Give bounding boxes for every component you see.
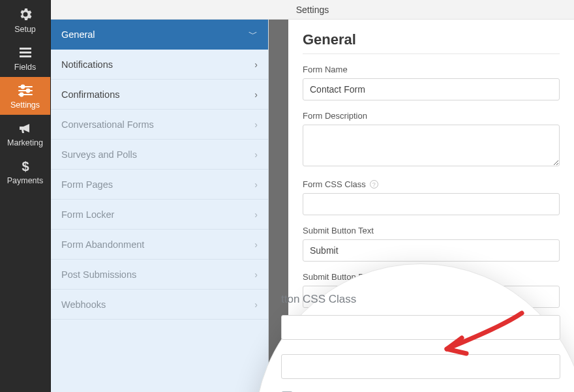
nav-fields[interactable]: Fields	[0, 39, 50, 77]
panel-item-label: Webhooks	[61, 299, 106, 310]
sliders-icon	[17, 83, 34, 98]
nav-label: Marketing	[7, 138, 43, 147]
submit-text-input[interactable]	[303, 239, 560, 262]
svg-rect-0	[20, 48, 31, 50]
chevron-down-icon: ﹀	[249, 29, 258, 40]
zoom-css-input[interactable]	[281, 315, 560, 340]
panel-item-label: Form Abandonment	[61, 239, 144, 250]
panel-item-notifications[interactable]: Notifications ›	[51, 50, 268, 80]
page-title-bar: Settings	[51, 0, 574, 20]
nav-label: Fields	[14, 63, 36, 72]
settings-panel: General ﹀ Notifications › Confirmations …	[51, 20, 269, 392]
zoom-css-label: tton CSS Class	[281, 293, 560, 306]
content-heading: General	[303, 31, 560, 48]
svg-rect-2	[20, 55, 31, 57]
chevron-right-icon: ›	[254, 89, 258, 100]
form-desc-label: Form Description	[303, 111, 560, 121]
chevron-right-icon: ›	[254, 269, 258, 280]
svg-text:$: $	[22, 159, 29, 173]
panel-item-label: Post Submissions	[61, 269, 136, 280]
form-desc-input[interactable]	[303, 125, 560, 166]
panel-item-label: Surveys and Polls	[61, 149, 137, 160]
svg-point-8	[20, 93, 23, 97]
page-title: Settings	[296, 5, 329, 15]
panel-item-form-locker[interactable]: Form Locker ›	[51, 200, 268, 230]
nav-payments[interactable]: $ Payments	[0, 153, 50, 190]
svg-rect-1	[20, 52, 31, 53]
form-name-input[interactable]	[303, 78, 560, 100]
chevron-right-icon: ›	[254, 59, 258, 70]
panel-item-conversational-forms[interactable]: Conversational Forms ›	[51, 110, 268, 140]
dollar-icon: $	[19, 159, 32, 173]
chevron-right-icon: ›	[254, 179, 258, 190]
submit-text-label: Submit Button Text	[303, 226, 560, 235]
panel-item-label: General	[61, 29, 95, 40]
nav-setup[interactable]: Setup	[0, 0, 50, 39]
chevron-right-icon: ›	[254, 119, 258, 130]
panel-item-label: Conversational Forms	[61, 119, 154, 130]
nav-label: Setup	[14, 25, 36, 34]
panel-item-form-pages[interactable]: Form Pages ›	[51, 170, 268, 200]
chevron-right-icon: ›	[254, 239, 258, 250]
svg-point-4	[21, 85, 24, 89]
panel-item-label: Form Locker	[61, 209, 114, 220]
panel-item-label: Notifications	[61, 59, 113, 70]
svg-point-6	[26, 89, 29, 93]
panel-item-form-abandonment[interactable]: Form Abandonment ›	[51, 230, 268, 260]
form-css-label: Form CSS Class ?	[303, 179, 560, 189]
nav-label: Settings	[10, 100, 40, 110]
panel-item-general[interactable]: General ﹀	[51, 20, 268, 50]
help-icon[interactable]: ?	[370, 180, 378, 188]
bullhorn-icon	[18, 121, 33, 136]
form-css-input[interactable]	[303, 193, 560, 215]
panel-item-surveys-polls[interactable]: Surveys and Polls ›	[51, 140, 268, 170]
left-nav: Setup Fields Settings Marketing $ Paymen…	[0, 0, 51, 392]
form-name-label: Form Name	[303, 65, 560, 74]
panel-item-post-submissions[interactable]: Post Submissions ›	[51, 260, 268, 290]
zoom-input-2[interactable]	[281, 354, 560, 379]
nav-settings[interactable]: Settings	[0, 77, 50, 115]
chevron-right-icon: ›	[254, 209, 258, 220]
chevron-right-icon: ›	[254, 149, 258, 160]
panel-item-confirmations[interactable]: Confirmations ›	[51, 80, 268, 110]
nav-label: Payments	[7, 176, 44, 185]
panel-item-label: Form Pages	[61, 179, 113, 190]
gear-icon	[18, 7, 33, 22]
nav-marketing[interactable]: Marketing	[0, 115, 50, 153]
divider	[303, 53, 560, 54]
chevron-right-icon: ›	[254, 299, 258, 310]
panel-item-webhooks[interactable]: Webhooks ›	[51, 290, 268, 320]
panel-item-label: Confirmations	[61, 89, 119, 100]
list-icon	[18, 46, 33, 60]
